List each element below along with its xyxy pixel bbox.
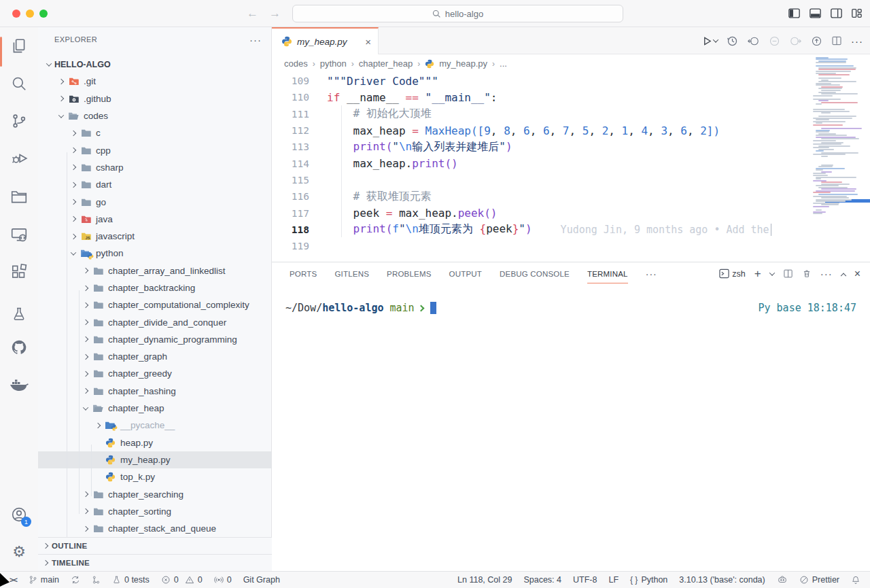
breadcrumb-item[interactable]: my_heap.py (439, 58, 487, 69)
tree-item-heap-py[interactable]: heap.py (38, 434, 272, 451)
status-git-graph-icon[interactable] (92, 575, 101, 585)
activity-docker[interactable] (0, 371, 38, 398)
prev-change-icon[interactable] (769, 35, 780, 47)
code-line-119[interactable]: 119 (272, 238, 870, 254)
code-editor[interactable]: 109"""Driver Code"""110if __name__ == "_… (272, 73, 870, 262)
tree-item--git[interactable]: .git (38, 73, 272, 90)
code-line-112[interactable]: 112 max_heap = MaxHeap([9, 8, 6, 6, 7, 5… (272, 122, 870, 139)
tree-item-chapter-backtracking[interactable]: chapter_backtracking (38, 279, 272, 296)
activity-source-control[interactable] (0, 107, 38, 135)
panel-more-tabs-icon[interactable]: ··· (646, 269, 657, 279)
customize-layout-icon[interactable] (852, 8, 862, 18)
terminal-shell-icon[interactable]: zsh (719, 269, 745, 279)
tree-item-my-heap-py[interactable]: my_heap.py (38, 451, 272, 468)
breadcrumb-item[interactable]: python (320, 58, 347, 69)
status-language-mode[interactable]: { }Python (630, 575, 667, 585)
toggle-secondary-sidebar-icon[interactable] (831, 8, 842, 18)
activity-extensions[interactable] (0, 258, 38, 286)
tree-item-chapter-computational-complexity[interactable]: chapter_computational_complexity (38, 296, 272, 313)
activity-github[interactable] (0, 334, 38, 361)
split-terminal-icon[interactable] (783, 269, 793, 279)
minimize-window-button[interactable] (26, 10, 34, 18)
code-line-116[interactable]: 116 # 获取堆顶元素 (272, 188, 870, 205)
code-line-111[interactable]: 111 # 初始化大顶堆 (272, 106, 870, 122)
activity-explorer[interactable] (0, 33, 38, 60)
panel-tab-output[interactable]: OUTPUT (449, 264, 482, 283)
code-line-118[interactable]: 118 print(f"\n堆顶元素为 {peek}")Yudong Jin, … (272, 222, 870, 238)
code-line-113[interactable]: 113 print("\n输入列表并建堆后") (272, 139, 870, 155)
terminal[interactable]: ~/Dow/hello-algo main Py base 18:18:47 (285, 302, 856, 314)
panel-tab-debug-console[interactable]: DEBUG CONSOLE (500, 264, 570, 283)
status-problems[interactable]: 00 (161, 575, 203, 585)
open-changes-icon[interactable] (747, 35, 760, 47)
status-notifications[interactable] (851, 575, 860, 585)
status-tests[interactable]: 0 tests (112, 575, 150, 585)
status-python-interpreter[interactable]: 3.10.13 ('base': conda) (679, 575, 765, 585)
code-line-114[interactable]: 114 max_heap.print() (272, 155, 870, 171)
gitlens-graph-icon[interactable] (811, 35, 822, 47)
activity-accounts[interactable]: 1 (0, 501, 38, 528)
code-line-109[interactable]: 109"""Driver Code""" (272, 73, 870, 89)
code-line-110[interactable]: 110if __name__ == "__main__": (272, 89, 870, 105)
tree-item-chapter-divide-and-conquer[interactable]: chapter_divide_and_conquer (38, 313, 272, 330)
timeline-history-icon[interactable] (727, 35, 738, 47)
status-indentation[interactable]: Spaces: 4 (523, 575, 561, 585)
close-panel-icon[interactable]: × (854, 268, 860, 280)
tree-item-chapter-dynamic-programming[interactable]: chapter_dynamic_programming (38, 331, 272, 348)
tree-item-chapter-stack-and-queue[interactable]: chapter_stack_and_queue (38, 520, 272, 537)
breadcrumb-item[interactable]: codes (284, 58, 308, 69)
status-ports[interactable]: 0 (214, 575, 232, 585)
maximize-panel-icon[interactable] (841, 272, 846, 276)
status-encoding[interactable]: UTF-8 (573, 575, 597, 585)
status-eol[interactable]: LF (608, 575, 619, 585)
breadcrumb-item[interactable]: ... (500, 58, 507, 69)
tree-item-chapter-graph[interactable]: chapter_graph (38, 348, 272, 365)
tree-item-dart[interactable]: dart (38, 176, 272, 193)
tree-item-cpp[interactable]: cpp (38, 141, 272, 158)
editor-more-actions-icon[interactable]: ··· (851, 35, 863, 47)
split-editor-icon[interactable] (831, 35, 842, 46)
status-remote-indicator[interactable]: >< (10, 576, 17, 584)
tree-item-chapter-array-and-linkedlist[interactable]: chapter_array_and_linkedlist (38, 262, 272, 279)
tree-item-codes[interactable]: codes (38, 107, 272, 124)
tree-item-chapter-greedy[interactable]: chapter_greedy (38, 365, 272, 382)
panel-tab-gitlens[interactable]: GITLENS (334, 264, 369, 283)
tree-item-chapter-searching[interactable]: chapter_searching (38, 485, 272, 502)
tree-item-java[interactable]: java (38, 211, 272, 228)
tree-item-csharp[interactable]: csharp (38, 159, 272, 176)
explorer-more-actions-icon[interactable]: ··· (249, 34, 262, 46)
new-terminal-icon[interactable]: + (754, 267, 761, 281)
toggle-panel-icon[interactable] (810, 8, 821, 18)
zoom-window-button[interactable] (39, 10, 48, 18)
code-line-117[interactable]: 117 peek = max_heap.peek() (272, 205, 870, 221)
tree-item--github[interactable]: .github (38, 90, 272, 107)
tree-item-javascript[interactable]: JSjavascript (38, 228, 272, 245)
status-cursor-position[interactable]: Ln 118, Col 29 (457, 575, 512, 585)
tree-item-python[interactable]: python (38, 245, 272, 262)
panel-more-actions-icon[interactable]: ··· (820, 268, 833, 279)
tab-my-heap-py[interactable]: my_heap.py × (272, 27, 379, 54)
tree-item--pycache-[interactable]: __pycache__ (38, 417, 272, 434)
next-change-icon[interactable] (789, 35, 802, 47)
breadcrumb-item[interactable]: chapter_heap (359, 58, 413, 69)
minimap[interactable] (810, 51, 870, 248)
tab-close-icon[interactable]: × (365, 36, 371, 48)
activity-folder-opened[interactable] (0, 183, 38, 210)
tree-item-chapter-heap[interactable]: chapter_heap (38, 400, 272, 417)
panel-tab-terminal[interactable]: TERMINAL (587, 264, 628, 283)
timeline-section[interactable]: TIMELINE (38, 554, 272, 571)
nav-forward-icon[interactable]: → (269, 7, 281, 20)
status-sync[interactable] (71, 575, 80, 585)
nav-back-icon[interactable]: ← (247, 7, 258, 20)
terminal-dropdown-icon[interactable] (770, 272, 774, 276)
tree-item-chapter-sorting[interactable]: chapter_sorting (38, 503, 272, 520)
outline-section[interactable]: OUTLINE (38, 537, 272, 554)
activity-testing[interactable] (0, 300, 38, 328)
code-line-115[interactable]: 115 (272, 172, 870, 188)
activity-remote-explorer[interactable] (0, 221, 38, 248)
tree-item-top-k-py[interactable]: top_k.py (38, 468, 272, 485)
tree-item-c[interactable]: c (38, 124, 272, 141)
kill-terminal-icon[interactable] (802, 269, 812, 279)
run-python-button[interactable] (702, 36, 718, 46)
panel-tab-problems[interactable]: PROBLEMS (387, 264, 432, 283)
